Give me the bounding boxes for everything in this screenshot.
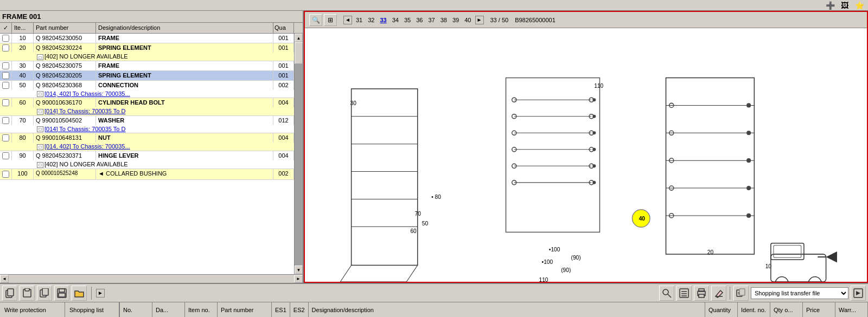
nav-32[interactable]: 32 [366, 16, 376, 24]
row-check[interactable] [0, 133, 12, 143]
svg-rect-14 [506, 78, 599, 232]
row-sub: □[402] NO LONGER AVAILABLE [35, 53, 293, 60]
right-toolbar: $ Shopping list transfer file [659, 286, 866, 301]
svg-rect-79 [59, 293, 65, 297]
row-sub[interactable]: □[014] To Chassis: 700035 To D [35, 126, 293, 133]
table-row: 70 Q 990010504502 WASHER 012 □[014] To C… [0, 116, 294, 134]
nav-40[interactable]: 40 [463, 16, 473, 24]
row-check[interactable] [0, 169, 12, 179]
row-sub: □[402] NO LONGER AVAILABLE [35, 161, 293, 168]
nav-31[interactable]: 31 [354, 16, 364, 24]
eraser-btn[interactable] [711, 286, 726, 301]
svg-text:(90): (90) [571, 255, 581, 261]
scroll-up-btn[interactable]: ▲ [295, 34, 303, 42]
nav-prev-btn[interactable]: ◄ [343, 16, 352, 24]
bottom-col-qty: Quantity [705, 302, 738, 317]
svg-rect-88 [699, 294, 704, 297]
row-qty: 004 [273, 133, 294, 143]
row-qty: 001 [273, 34, 294, 43]
nav-34[interactable]: 34 [391, 16, 400, 24]
bottom-col-qtyo: Qty o... [770, 302, 803, 317]
scroll-left-btn[interactable]: ◄ [0, 275, 9, 283]
copy2-btn[interactable] [37, 286, 52, 301]
row-qty: 002 [273, 81, 294, 90]
nav-35[interactable]: 35 [403, 16, 412, 24]
transfer-action-btn[interactable] [851, 286, 866, 301]
nav-36[interactable]: 36 [414, 16, 424, 24]
add-icon[interactable]: ➕ [824, 0, 837, 11]
row-item: 40 [12, 71, 34, 80]
table-header: ✓ Ite... Part number Designation/descrip… [0, 23, 303, 34]
svg-rect-72 [8, 289, 14, 296]
row-sub[interactable]: □[014, 402] To Chassis: 700035... [35, 143, 293, 150]
folder-btn[interactable] [72, 286, 87, 301]
transfer-btn[interactable]: $ [733, 286, 749, 301]
row-check[interactable] [0, 43, 12, 53]
svg-marker-94 [856, 291, 860, 295]
svg-line-81 [668, 294, 671, 297]
svg-text:60: 60 [410, 228, 417, 234]
diagram-canvas: 30 [305, 28, 867, 282]
nav-38[interactable]: 38 [439, 16, 449, 24]
h-scroll-track [9, 275, 294, 283]
row-check[interactable] [0, 71, 12, 80]
svg-line-8 [406, 265, 417, 282]
svg-rect-46 [666, 78, 755, 255]
scroll-thumb[interactable] [295, 42, 303, 64]
nav-33[interactable]: 33 [379, 16, 388, 24]
svg-text:(90): (90) [561, 267, 571, 273]
row-sub[interactable]: □[014, 402] To Chassis: 700035... [35, 90, 293, 98]
image-icon[interactable]: 🖼 [838, 0, 851, 11]
search-btn[interactable] [659, 286, 674, 301]
nav-37[interactable]: 37 [427, 16, 437, 24]
svg-point-55 [746, 131, 751, 135]
horizontal-scrollbar[interactable]: ◄ ► [0, 274, 303, 283]
eraser-icon [714, 288, 724, 298]
nav-next-btn[interactable]: ► [475, 16, 484, 24]
copy-btn[interactable] [2, 286, 17, 301]
row-check[interactable] [0, 116, 12, 125]
title-area: FRAME 001 [0, 11, 303, 23]
bottom-col-ident: Ident. no. [738, 302, 770, 317]
row-desc: ◄ COLLARED BUSHING [96, 169, 273, 179]
col-qty: Qua [273, 23, 294, 33]
svg-point-17 [592, 98, 596, 101]
svg-point-66 [775, 277, 788, 282]
bottom-col-no: No. [120, 302, 152, 317]
list-btn[interactable] [676, 286, 692, 301]
bottom-col-da: Da... [152, 302, 185, 317]
vehicle-icon [771, 243, 826, 282]
scroll-down-btn[interactable]: ▼ [295, 266, 303, 274]
vertical-scrollbar[interactable]: ▲ ▼ [294, 34, 303, 274]
nav-39[interactable]: 39 [451, 16, 461, 24]
col-partnum: Part number [34, 23, 96, 33]
row-check[interactable] [0, 98, 12, 107]
row-desc: HINGE LEVER [96, 151, 273, 160]
row-check[interactable] [0, 34, 12, 43]
row-item: 80 [12, 133, 34, 143]
svg-text:• 80: • 80 [431, 194, 441, 200]
row-part: Q 982045230050 [34, 34, 96, 43]
row-desc: SPRING ELEMENT [96, 43, 273, 53]
row-check[interactable] [0, 151, 12, 160]
row-qty: 002 [273, 169, 294, 179]
transfer-dropdown[interactable]: Shopping list transfer file [751, 287, 848, 299]
row-part: Q 900010636170 [34, 98, 96, 107]
row-check[interactable] [0, 81, 12, 90]
paste-btn[interactable] [20, 286, 35, 301]
save-btn[interactable] [54, 286, 69, 301]
row-sub[interactable]: □[014] To Chassis: 700035 To D [35, 108, 293, 115]
scroll-right-btn[interactable]: ► [294, 275, 303, 283]
print-btn[interactable] [694, 286, 709, 301]
folder-icon [74, 288, 84, 298]
row-check[interactable] [0, 61, 12, 70]
fit-icon[interactable]: ⊞ [324, 14, 337, 26]
zoom-icon[interactable]: 🔍 [309, 14, 322, 26]
svg-text:•100: •100 [542, 259, 553, 265]
svg-rect-76 [42, 288, 48, 295]
star-icon[interactable]: ⭐ [853, 0, 866, 11]
svg-point-53 [746, 103, 751, 107]
bottom-col-warr: Warr... [835, 302, 868, 317]
expand-btn[interactable]: ► [96, 289, 105, 297]
col-item: Ite... [12, 23, 34, 33]
